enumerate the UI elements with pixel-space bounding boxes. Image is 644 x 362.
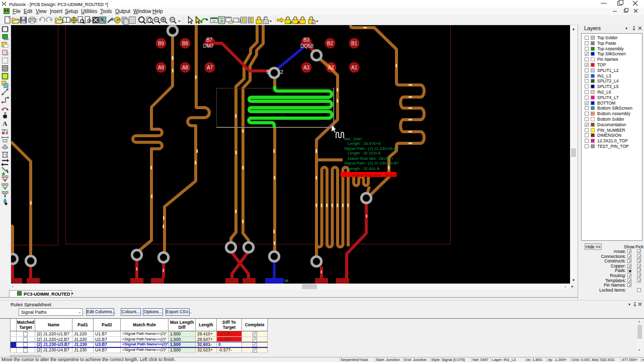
svg-text:A3: A3 xyxy=(303,65,310,70)
svg-text:TP1: TP1 xyxy=(2,129,8,132)
svg-text:DM7: DM7 xyxy=(203,43,214,49)
svg-text:B2: B2 xyxy=(327,41,334,46)
svg-text:B1: B1 xyxy=(351,41,358,46)
svg-text:Length : 32.601-A: Length : 32.601-A xyxy=(348,166,380,171)
svg-text:A1: A1 xyxy=(351,65,358,70)
svg-text:Signal Path : (2) J1.230-U4.B7: Signal Path : (2) J1.230-U4.B7 xyxy=(344,146,399,151)
svg-text:B9: B9 xyxy=(158,41,165,46)
svg-text:DQ58: DQ58 xyxy=(300,43,314,49)
svg-text:Length : 28.976+A: Length : 28.976+A xyxy=(348,141,381,146)
svg-text:A7: A7 xyxy=(207,65,213,70)
svg-text:Net : DM7: Net : DM7 xyxy=(344,137,363,141)
svg-text:B7: B7 xyxy=(206,37,213,43)
svg-text:B: B xyxy=(267,69,270,75)
svg-text:Signal Path : (2) J1.230-U3.B7: Signal Path : (2) J1.230-U3.B7 xyxy=(344,161,399,165)
svg-text:A9: A9 xyxy=(158,65,165,70)
svg-text:Match Rule Min : 28.047+: Match Rule Min : 28.047+ xyxy=(348,156,394,161)
svg-text:A: A xyxy=(3,120,8,127)
svg-text:Match Rule Max : 30.910+: Match Rule Max : 30.910+ xyxy=(352,173,399,177)
svg-text:Length : 32.023+A: Length : 32.023+A xyxy=(348,151,381,155)
svg-text:B8: B8 xyxy=(182,41,189,46)
svg-text:A2: A2 xyxy=(328,65,335,70)
svg-text:A8: A8 xyxy=(182,65,189,70)
svg-text:B3: B3 xyxy=(303,37,310,43)
svg-text:2: 2 xyxy=(280,69,283,75)
svg-text:TF: TF xyxy=(212,20,216,23)
